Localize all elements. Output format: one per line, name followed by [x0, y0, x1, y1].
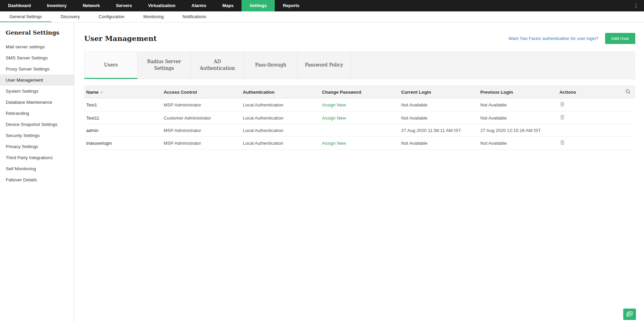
cell-actions: [559, 137, 619, 150]
cell-name: Test1: [84, 98, 164, 111]
sub-nav-configuration[interactable]: Configuration: [89, 11, 134, 22]
cell-access-control: MSP Administrator: [164, 125, 243, 137]
assign-new-link[interactable]: Assign New: [322, 102, 346, 107]
tab-users[interactable]: Users: [84, 52, 138, 79]
sub-nav-notifications[interactable]: Notifications: [173, 11, 216, 22]
cell-access-control: MSP Administrator: [164, 137, 243, 150]
assign-new-link[interactable]: Assign New: [322, 116, 346, 121]
trash-icon[interactable]: [560, 115, 565, 120]
cell-spacer: [619, 98, 635, 111]
sidebar-item-sms-server-settings[interactable]: SMS Server Settings: [0, 52, 74, 63]
sidebar-title: General Settings: [0, 29, 74, 41]
table-header-row: Name▲ Access Control Authentication Chan…: [84, 86, 635, 98]
top-nav-alarms[interactable]: Alarms: [183, 0, 214, 11]
column-header-current-login[interactable]: Current Login: [401, 86, 480, 98]
cell-previous-login: Not Available: [480, 98, 559, 111]
user-management-tabs: Users Radius Server Settings AD Authenti…: [84, 51, 635, 79]
cell-spacer: [619, 111, 635, 125]
table-row: admin MSP Administrator Local Authentica…: [84, 125, 635, 137]
sidebar-item-security-settings[interactable]: Security Settings: [0, 130, 74, 141]
sort-ascending-caret-icon: ▲: [100, 91, 103, 94]
sidebar-item-user-management[interactable]: User Management: [0, 75, 74, 86]
cell-authentication: Local Authentication: [243, 98, 322, 111]
table-row: Test11 Customer Administrator Local Auth…: [84, 111, 635, 125]
column-header-access-control[interactable]: Access Control: [164, 86, 243, 98]
top-nav-reports[interactable]: Reports: [275, 0, 307, 11]
cell-name: Test11: [84, 111, 164, 125]
column-header-change-password[interactable]: Change Password: [322, 86, 401, 98]
cell-spacer: [619, 125, 635, 137]
sidebar-item-self-monitoring[interactable]: Self Monitoring: [0, 163, 74, 174]
cell-actions: [559, 98, 619, 111]
cell-previous-login: Not Available: [480, 137, 559, 150]
cell-previous-login: Not Available: [480, 111, 559, 125]
cell-current-login: Not Available: [401, 98, 480, 111]
tab-radius-server-settings[interactable]: Radius Server Settings: [138, 52, 191, 79]
top-nav-settings[interactable]: Settings: [241, 0, 275, 11]
cell-change-password: Assign New: [322, 137, 401, 150]
column-header-name[interactable]: Name▲: [84, 86, 164, 98]
content-shell: General Settings Mail server settings SM…: [0, 22, 644, 322]
general-settings-sidebar: General Settings Mail server settings SM…: [0, 22, 74, 322]
cell-current-login: 27 Aug 2020 11:58:11 AM IST: [401, 125, 480, 137]
top-navigation: Dashboard Inventory Network Servers Virt…: [0, 0, 644, 11]
sub-nav-general-settings[interactable]: General Settings: [0, 11, 51, 22]
sidebar-item-mail-server-settings[interactable]: Mail server settings: [0, 41, 74, 52]
cell-name: trialuserlogin: [84, 137, 164, 150]
sidebar-item-device-snapshot-settings[interactable]: Device Snapshot Settings: [0, 119, 74, 130]
cell-actions: [559, 125, 619, 137]
column-header-authentication[interactable]: Authentication: [243, 86, 322, 98]
tab-ad-authentication[interactable]: AD Authentication: [191, 52, 244, 79]
top-nav-servers[interactable]: Servers: [108, 0, 140, 11]
top-nav-inventory[interactable]: Inventory: [39, 0, 75, 11]
search-icon[interactable]: [626, 89, 631, 94]
user-management-panel: User Management Want Two Factor authenti…: [74, 22, 644, 322]
cell-authentication: Local Authentication: [243, 125, 322, 137]
trash-icon[interactable]: [560, 140, 565, 145]
users-table: Name▲ Access Control Authentication Chan…: [84, 86, 635, 150]
table-row: trialuserlogin MSP Administrator Local A…: [84, 137, 635, 150]
cell-previous-login: 27 Aug 2020 12:15:16 AM IST: [480, 125, 559, 137]
tab-pass-through[interactable]: Pass-through: [244, 52, 298, 79]
assign-new-link[interactable]: Assign New: [322, 141, 346, 146]
cell-authentication: Local Authentication: [243, 111, 322, 125]
sidebar-item-proxy-server-settings[interactable]: Proxy Server Settings: [0, 63, 74, 75]
top-nav-maps[interactable]: Maps: [214, 0, 241, 11]
sidebar-item-system-settings[interactable]: System Settings: [0, 86, 74, 97]
sidebar-item-database-maintenance[interactable]: Database Maintenance: [0, 97, 74, 108]
sidebar-item-third-party-integrations[interactable]: Third Party Integrations: [0, 152, 74, 163]
kebab-menu-icon[interactable]: ⋮: [631, 0, 641, 11]
cell-name: admin: [84, 125, 164, 137]
column-header-actions: Actions: [559, 86, 619, 98]
sidebar-item-privacy-settings[interactable]: Privacy Settings: [0, 141, 74, 152]
column-header-previous-login[interactable]: Previous Login: [480, 86, 559, 98]
sidebar-item-failover-details[interactable]: Failover Details: [0, 174, 74, 185]
cell-actions: [559, 111, 619, 125]
tab-password-policy[interactable]: Password Policy: [298, 52, 351, 79]
cell-change-password: Assign New: [322, 111, 401, 125]
two-factor-link[interactable]: Want Two Factor authentication for user …: [508, 36, 598, 41]
page-title: User Management: [84, 34, 157, 43]
page-header-actions: Want Two Factor authentication for user …: [508, 33, 635, 44]
chat-feedback-icon: [626, 311, 633, 317]
sidebar-item-rebranding[interactable]: Rebranding: [0, 108, 74, 119]
cell-authentication: Local Authentication: [243, 137, 322, 150]
top-nav-dashboard[interactable]: Dashboard: [0, 0, 39, 11]
chat-feedback-button[interactable]: [623, 309, 636, 320]
table-row: Test1 MSP Administrator Local Authentica…: [84, 98, 635, 111]
cell-current-login: Not Available: [401, 111, 480, 125]
sub-nav-monitoring[interactable]: Monitoring: [134, 11, 173, 22]
cell-change-password: [322, 125, 401, 137]
sub-nav-discovery[interactable]: Discovery: [51, 11, 89, 22]
top-nav-virtualization[interactable]: Virtualization: [140, 0, 183, 11]
add-user-button[interactable]: Add User: [605, 33, 635, 44]
top-nav-network[interactable]: Network: [74, 0, 108, 11]
cell-access-control: Customer Administrator: [164, 111, 243, 125]
column-header-name-label: Name: [86, 90, 99, 95]
cell-current-login: Not Available: [401, 137, 480, 150]
settings-sub-navigation: General Settings Discovery Configuration…: [0, 11, 644, 22]
trash-icon[interactable]: [560, 102, 565, 107]
cell-access-control: MSP Administrator: [164, 98, 243, 111]
table-search-header: [619, 86, 635, 98]
page-header: User Management Want Two Factor authenti…: [84, 33, 635, 44]
